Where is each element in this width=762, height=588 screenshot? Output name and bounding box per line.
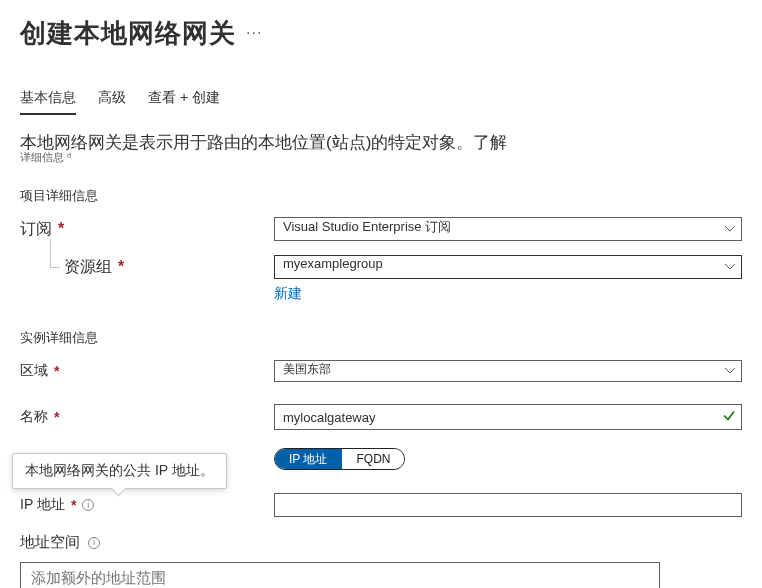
label-address-space-text: 地址空间	[20, 533, 80, 552]
required-icon: *	[54, 363, 59, 379]
label-address-space: 地址空间 i	[20, 533, 742, 552]
info-icon[interactable]: i	[88, 537, 100, 549]
ip-address-input[interactable]	[274, 493, 742, 517]
chevron-down-icon	[725, 368, 735, 374]
label-region: 区域 *	[20, 362, 274, 380]
label-name-text: 名称	[20, 408, 48, 426]
required-icon: *	[54, 409, 59, 425]
check-icon	[722, 409, 736, 426]
endpoint-toggle: IP 地址 FQDN	[274, 448, 405, 470]
endpoint-option-ip[interactable]: IP 地址	[275, 449, 342, 469]
endpoint-option-fqdn[interactable]: FQDN	[342, 449, 404, 469]
label-subscription: 订阅 *	[20, 219, 274, 240]
page-title: 创建本地网络网关	[20, 16, 236, 51]
address-range-input[interactable]	[20, 562, 660, 588]
section-instance-details: 实例详细信息	[20, 329, 742, 347]
tab-review-create[interactable]: 查看 + 创建	[148, 85, 220, 115]
required-icon: *	[118, 258, 124, 276]
tab-bar: 基本信息 高级 查看 + 创建	[20, 85, 742, 115]
label-ip-address: IP 地址 * i	[20, 496, 274, 514]
chevron-down-icon	[725, 226, 735, 232]
info-icon[interactable]: i	[82, 499, 94, 511]
more-icon[interactable]: ···	[246, 24, 262, 42]
label-subscription-text: 订阅	[20, 219, 52, 240]
tab-advanced[interactable]: 高级	[98, 85, 126, 115]
tab-basic[interactable]: 基本信息	[20, 85, 76, 115]
label-resource-group-text: 资源组	[64, 257, 112, 278]
create-new-link[interactable]: 新建	[274, 285, 302, 301]
label-resource-group: 资源组 *	[20, 257, 274, 278]
label-region-text: 区域	[20, 362, 48, 380]
chevron-down-icon	[725, 264, 735, 270]
region-value: 美国东部	[283, 362, 331, 376]
label-name: 名称 *	[20, 408, 274, 426]
resource-group-value: myexamplegroup	[283, 256, 383, 271]
region-select[interactable]: 美国东部	[274, 360, 742, 382]
subscription-value: Visual Studio Enterprise 订阅	[283, 219, 451, 234]
name-input[interactable]	[274, 404, 742, 430]
tooltip-ip: 本地网络网关的公共 IP 地址。	[12, 453, 227, 489]
subscription-select[interactable]: Visual Studio Enterprise 订阅	[274, 217, 742, 241]
resource-group-select[interactable]: myexamplegroup	[274, 255, 742, 279]
section-project-details: 项目详细信息	[20, 187, 742, 205]
required-icon: *	[58, 220, 64, 238]
required-icon: *	[71, 497, 76, 513]
label-ip-address-text: IP 地址	[20, 496, 65, 514]
